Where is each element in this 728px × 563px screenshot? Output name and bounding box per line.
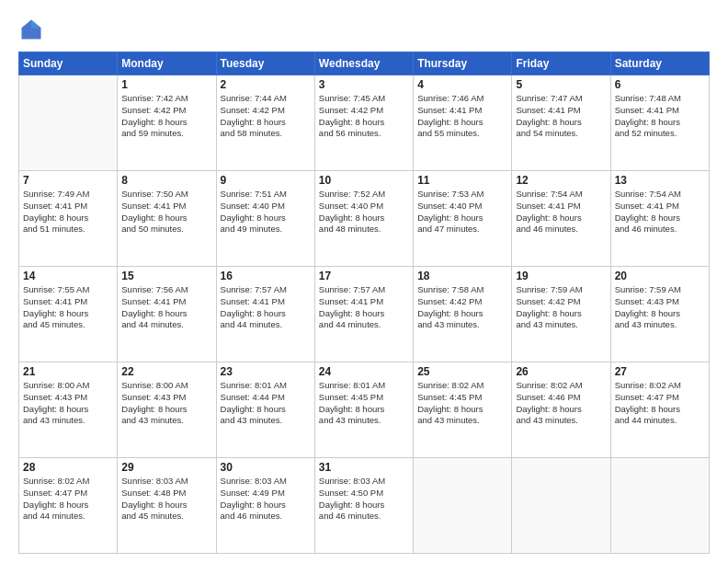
calendar-week-3: 14Sunrise: 7:55 AM Sunset: 4:41 PM Dayli… bbox=[19, 267, 710, 362]
day-number: 27 bbox=[615, 365, 705, 378]
day-number: 20 bbox=[615, 270, 705, 282]
calendar-cell bbox=[512, 458, 610, 554]
day-number: 31 bbox=[319, 461, 409, 474]
calendar-cell: 1Sunrise: 7:42 AM Sunset: 4:42 PM Daylig… bbox=[118, 75, 216, 171]
calendar-cell: 13Sunrise: 7:54 AM Sunset: 4:41 PM Dayli… bbox=[610, 171, 709, 267]
calendar-cell: 7Sunrise: 7:49 AM Sunset: 4:41 PM Daylig… bbox=[19, 171, 118, 267]
day-number: 18 bbox=[417, 270, 507, 282]
calendar-week-5: 28Sunrise: 8:02 AM Sunset: 4:47 PM Dayli… bbox=[19, 458, 710, 554]
page: SundayMondayTuesdayWednesdayThursdayFrid… bbox=[0, 0, 728, 563]
calendar-header-friday: Friday bbox=[512, 52, 610, 75]
calendar-header-monday: Monday bbox=[118, 52, 216, 75]
day-info: Sunrise: 7:55 AM Sunset: 4:41 PM Dayligh… bbox=[23, 284, 113, 331]
day-number: 24 bbox=[319, 365, 409, 378]
day-number: 28 bbox=[23, 461, 113, 474]
calendar-cell: 5Sunrise: 7:47 AM Sunset: 4:41 PM Daylig… bbox=[512, 75, 610, 171]
calendar-cell bbox=[414, 458, 512, 554]
calendar-cell: 22Sunrise: 8:00 AM Sunset: 4:43 PM Dayli… bbox=[118, 362, 216, 458]
calendar-cell: 12Sunrise: 7:54 AM Sunset: 4:41 PM Dayli… bbox=[512, 171, 610, 267]
day-info: Sunrise: 7:58 AM Sunset: 4:42 PM Dayligh… bbox=[417, 284, 507, 331]
calendar-cell: 24Sunrise: 8:01 AM Sunset: 4:45 PM Dayli… bbox=[314, 362, 413, 458]
day-number: 8 bbox=[121, 174, 211, 187]
calendar-cell: 6Sunrise: 7:48 AM Sunset: 4:41 PM Daylig… bbox=[610, 75, 709, 171]
day-number: 16 bbox=[221, 270, 311, 282]
calendar-week-2: 7Sunrise: 7:49 AM Sunset: 4:41 PM Daylig… bbox=[19, 171, 710, 267]
calendar-header-tuesday: Tuesday bbox=[216, 52, 314, 75]
svg-marker-1 bbox=[31, 20, 41, 29]
day-number: 10 bbox=[319, 174, 409, 187]
calendar-header-row: SundayMondayTuesdayWednesdayThursdayFrid… bbox=[19, 52, 710, 75]
day-info: Sunrise: 7:49 AM Sunset: 4:41 PM Dayligh… bbox=[23, 189, 113, 236]
calendar-cell: 30Sunrise: 8:03 AM Sunset: 4:49 PM Dayli… bbox=[216, 458, 314, 554]
calendar-cell: 19Sunrise: 7:59 AM Sunset: 4:42 PM Dayli… bbox=[512, 267, 610, 362]
calendar-header-sunday: Sunday bbox=[19, 52, 118, 75]
calendar-cell: 27Sunrise: 8:02 AM Sunset: 4:47 PM Dayli… bbox=[610, 362, 709, 458]
header bbox=[18, 17, 710, 42]
day-info: Sunrise: 8:02 AM Sunset: 4:47 PM Dayligh… bbox=[615, 380, 705, 427]
calendar-week-1: 1Sunrise: 7:42 AM Sunset: 4:42 PM Daylig… bbox=[19, 75, 710, 171]
calendar-cell: 14Sunrise: 7:55 AM Sunset: 4:41 PM Dayli… bbox=[19, 267, 118, 362]
day-info: Sunrise: 7:59 AM Sunset: 4:43 PM Dayligh… bbox=[615, 284, 705, 331]
day-number: 15 bbox=[121, 270, 211, 282]
day-number: 26 bbox=[516, 365, 606, 378]
day-number: 2 bbox=[221, 78, 311, 91]
day-info: Sunrise: 7:42 AM Sunset: 4:42 PM Dayligh… bbox=[121, 93, 211, 140]
day-info: Sunrise: 7:48 AM Sunset: 4:41 PM Dayligh… bbox=[615, 93, 705, 140]
day-info: Sunrise: 7:59 AM Sunset: 4:42 PM Dayligh… bbox=[516, 284, 606, 331]
day-number: 19 bbox=[516, 270, 606, 282]
calendar-cell: 4Sunrise: 7:46 AM Sunset: 4:41 PM Daylig… bbox=[414, 75, 512, 171]
day-info: Sunrise: 7:44 AM Sunset: 4:42 PM Dayligh… bbox=[221, 93, 311, 140]
day-number: 23 bbox=[221, 365, 311, 378]
calendar-cell: 26Sunrise: 8:02 AM Sunset: 4:46 PM Dayli… bbox=[512, 362, 610, 458]
day-number: 13 bbox=[615, 174, 705, 187]
calendar-cell: 28Sunrise: 8:02 AM Sunset: 4:47 PM Dayli… bbox=[19, 458, 118, 554]
day-number: 3 bbox=[319, 78, 409, 91]
day-info: Sunrise: 8:02 AM Sunset: 4:46 PM Dayligh… bbox=[516, 380, 606, 427]
calendar-cell: 31Sunrise: 8:03 AM Sunset: 4:50 PM Dayli… bbox=[314, 458, 413, 554]
day-info: Sunrise: 7:52 AM Sunset: 4:40 PM Dayligh… bbox=[319, 189, 409, 236]
day-number: 22 bbox=[121, 365, 211, 378]
calendar-cell: 16Sunrise: 7:57 AM Sunset: 4:41 PM Dayli… bbox=[216, 267, 314, 362]
day-number: 30 bbox=[221, 461, 311, 474]
day-info: Sunrise: 8:03 AM Sunset: 4:48 PM Dayligh… bbox=[121, 476, 211, 523]
calendar-cell: 21Sunrise: 8:00 AM Sunset: 4:43 PM Dayli… bbox=[19, 362, 118, 458]
calendar-cell: 11Sunrise: 7:53 AM Sunset: 4:40 PM Dayli… bbox=[414, 171, 512, 267]
calendar-header-wednesday: Wednesday bbox=[314, 52, 413, 75]
day-info: Sunrise: 7:56 AM Sunset: 4:41 PM Dayligh… bbox=[121, 284, 211, 331]
calendar-cell: 23Sunrise: 8:01 AM Sunset: 4:44 PM Dayli… bbox=[216, 362, 314, 458]
day-info: Sunrise: 8:00 AM Sunset: 4:43 PM Dayligh… bbox=[23, 380, 113, 427]
calendar-cell: 8Sunrise: 7:50 AM Sunset: 4:41 PM Daylig… bbox=[118, 171, 216, 267]
day-info: Sunrise: 8:03 AM Sunset: 4:50 PM Dayligh… bbox=[319, 476, 409, 523]
day-info: Sunrise: 7:46 AM Sunset: 4:41 PM Dayligh… bbox=[417, 93, 507, 140]
day-number: 25 bbox=[417, 365, 507, 378]
calendar-cell: 3Sunrise: 7:45 AM Sunset: 4:42 PM Daylig… bbox=[314, 75, 413, 171]
day-info: Sunrise: 8:03 AM Sunset: 4:49 PM Dayligh… bbox=[221, 476, 311, 523]
calendar-cell: 15Sunrise: 7:56 AM Sunset: 4:41 PM Dayli… bbox=[118, 267, 216, 362]
day-number: 6 bbox=[615, 78, 705, 91]
day-info: Sunrise: 7:54 AM Sunset: 4:41 PM Dayligh… bbox=[516, 189, 606, 236]
day-number: 7 bbox=[23, 174, 113, 187]
calendar-cell: 18Sunrise: 7:58 AM Sunset: 4:42 PM Dayli… bbox=[414, 267, 512, 362]
day-number: 5 bbox=[516, 78, 606, 91]
calendar-cell: 25Sunrise: 8:02 AM Sunset: 4:45 PM Dayli… bbox=[414, 362, 512, 458]
calendar-header-saturday: Saturday bbox=[610, 52, 709, 75]
day-number: 29 bbox=[121, 461, 211, 474]
calendar-cell: 20Sunrise: 7:59 AM Sunset: 4:43 PM Dayli… bbox=[610, 267, 709, 362]
day-info: Sunrise: 7:45 AM Sunset: 4:42 PM Dayligh… bbox=[319, 93, 409, 140]
day-info: Sunrise: 7:57 AM Sunset: 4:41 PM Dayligh… bbox=[319, 284, 409, 331]
day-number: 4 bbox=[417, 78, 507, 91]
calendar-cell: 9Sunrise: 7:51 AM Sunset: 4:40 PM Daylig… bbox=[216, 171, 314, 267]
day-number: 11 bbox=[417, 174, 507, 187]
calendar-cell bbox=[19, 75, 118, 171]
day-number: 14 bbox=[23, 270, 113, 282]
day-info: Sunrise: 8:00 AM Sunset: 4:43 PM Dayligh… bbox=[121, 380, 211, 427]
day-info: Sunrise: 8:01 AM Sunset: 4:44 PM Dayligh… bbox=[221, 380, 311, 427]
calendar-week-4: 21Sunrise: 8:00 AM Sunset: 4:43 PM Dayli… bbox=[19, 362, 710, 458]
calendar-table: SundayMondayTuesdayWednesdayThursdayFrid… bbox=[18, 52, 710, 554]
day-info: Sunrise: 7:51 AM Sunset: 4:40 PM Dayligh… bbox=[221, 189, 311, 236]
day-info: Sunrise: 7:50 AM Sunset: 4:41 PM Dayligh… bbox=[121, 189, 211, 236]
day-info: Sunrise: 8:02 AM Sunset: 4:45 PM Dayligh… bbox=[417, 380, 507, 427]
day-number: 17 bbox=[319, 270, 409, 282]
day-number: 12 bbox=[516, 174, 606, 187]
day-info: Sunrise: 7:53 AM Sunset: 4:40 PM Dayligh… bbox=[417, 189, 507, 236]
